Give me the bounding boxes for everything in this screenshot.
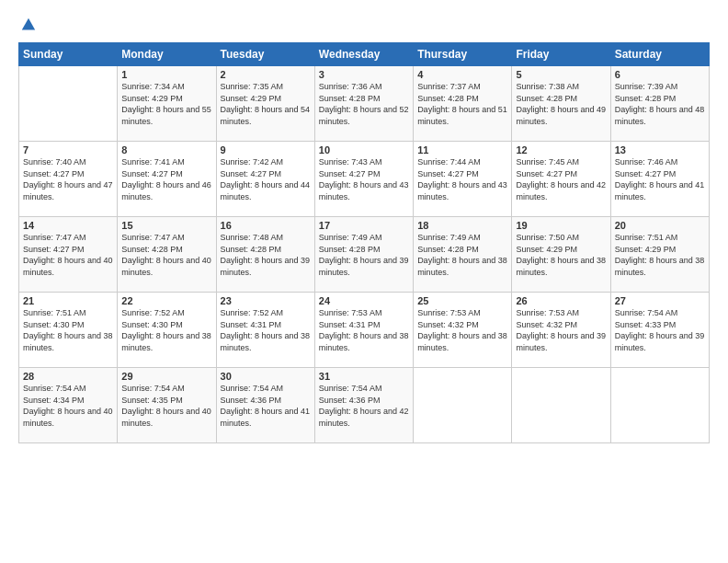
day-number: 5: [516, 69, 606, 80]
week-row-2: 14Sunrise: 7:47 AMSunset: 4:27 PMDayligh…: [19, 217, 710, 293]
day-info: Sunrise: 7:53 AMSunset: 4:32 PMDaylight:…: [417, 307, 507, 353]
day-info: Sunrise: 7:54 AMSunset: 4:34 PMDaylight:…: [23, 383, 113, 429]
day-cell: 19Sunrise: 7:50 AMSunset: 4:29 PMDayligh…: [512, 217, 610, 293]
logo: [18, 15, 37, 33]
day-info: Sunrise: 7:37 AMSunset: 4:28 PMDaylight:…: [417, 81, 507, 127]
day-number: 24: [319, 295, 409, 306]
day-info: Sunrise: 7:53 AMSunset: 4:32 PMDaylight:…: [516, 307, 606, 353]
day-cell: 1Sunrise: 7:34 AMSunset: 4:29 PMDaylight…: [118, 66, 216, 142]
day-info: Sunrise: 7:54 AMSunset: 4:33 PMDaylight:…: [615, 307, 705, 353]
day-info: Sunrise: 7:42 AMSunset: 4:27 PMDaylight:…: [221, 156, 311, 202]
day-number: 3: [319, 69, 409, 80]
day-info: Sunrise: 7:34 AMSunset: 4:29 PMDaylight:…: [121, 81, 211, 127]
day-info: Sunrise: 7:51 AMSunset: 4:30 PMDaylight:…: [23, 307, 113, 353]
day-info: Sunrise: 7:52 AMSunset: 4:30 PMDaylight:…: [121, 307, 211, 353]
day-number: 25: [417, 295, 507, 306]
day-cell: 20Sunrise: 7:51 AMSunset: 4:29 PMDayligh…: [610, 217, 709, 293]
week-row-3: 21Sunrise: 7:51 AMSunset: 4:30 PMDayligh…: [19, 293, 710, 368]
week-row-0: 1Sunrise: 7:34 AMSunset: 4:29 PMDaylight…: [19, 66, 710, 142]
day-number: 15: [121, 220, 211, 231]
day-number: 2: [221, 69, 311, 80]
day-info: Sunrise: 7:46 AMSunset: 4:27 PMDaylight:…: [615, 156, 705, 202]
day-info: Sunrise: 7:44 AMSunset: 4:27 PMDaylight:…: [417, 156, 507, 202]
day-cell: 15Sunrise: 7:47 AMSunset: 4:28 PMDayligh…: [118, 217, 216, 293]
week-row-1: 7Sunrise: 7:40 AMSunset: 4:27 PMDaylight…: [19, 142, 710, 217]
day-cell: 12Sunrise: 7:45 AMSunset: 4:27 PMDayligh…: [512, 142, 610, 217]
day-info: Sunrise: 7:39 AMSunset: 4:28 PMDaylight:…: [615, 81, 705, 127]
day-number: 19: [516, 220, 606, 231]
day-cell: 25Sunrise: 7:53 AMSunset: 4:32 PMDayligh…: [414, 293, 512, 368]
day-info: Sunrise: 7:38 AMSunset: 4:28 PMDaylight:…: [516, 81, 606, 127]
day-info: Sunrise: 7:51 AMSunset: 4:29 PMDaylight:…: [615, 232, 705, 278]
day-info: Sunrise: 7:41 AMSunset: 4:27 PMDaylight:…: [121, 156, 211, 202]
day-cell: 31Sunrise: 7:54 AMSunset: 4:36 PMDayligh…: [314, 368, 413, 443]
day-cell: 21Sunrise: 7:51 AMSunset: 4:30 PMDayligh…: [19, 293, 118, 368]
day-number: 1: [121, 69, 211, 80]
day-cell: 6Sunrise: 7:39 AMSunset: 4:28 PMDaylight…: [610, 66, 709, 142]
day-cell: [414, 368, 512, 443]
day-cell: 10Sunrise: 7:43 AMSunset: 4:27 PMDayligh…: [314, 142, 413, 217]
logo-icon: [20, 17, 37, 33]
day-number: 30: [221, 371, 311, 382]
day-cell: 2Sunrise: 7:35 AMSunset: 4:29 PMDaylight…: [216, 66, 314, 142]
col-header-wednesday: Wednesday: [314, 43, 413, 66]
day-number: 14: [23, 220, 113, 231]
col-header-monday: Monday: [118, 43, 216, 66]
day-info: Sunrise: 7:36 AMSunset: 4:28 PMDaylight:…: [319, 81, 409, 127]
day-info: Sunrise: 7:45 AMSunset: 4:27 PMDaylight:…: [516, 156, 606, 202]
day-number: 11: [417, 144, 507, 155]
day-number: 23: [221, 295, 311, 306]
day-number: 28: [23, 371, 113, 382]
day-number: 26: [516, 295, 606, 306]
day-info: Sunrise: 7:47 AMSunset: 4:27 PMDaylight:…: [23, 232, 113, 278]
day-number: 4: [417, 69, 507, 80]
day-cell: 23Sunrise: 7:52 AMSunset: 4:31 PMDayligh…: [216, 293, 314, 368]
day-info: Sunrise: 7:54 AMSunset: 4:35 PMDaylight:…: [121, 383, 211, 429]
day-info: Sunrise: 7:48 AMSunset: 4:28 PMDaylight:…: [221, 232, 311, 278]
col-header-sunday: Sunday: [19, 43, 118, 66]
day-number: 6: [615, 69, 705, 80]
day-cell: 27Sunrise: 7:54 AMSunset: 4:33 PMDayligh…: [610, 293, 709, 368]
col-header-tuesday: Tuesday: [216, 43, 314, 66]
day-cell: 8Sunrise: 7:41 AMSunset: 4:27 PMDaylight…: [118, 142, 216, 217]
col-header-friday: Friday: [512, 43, 610, 66]
day-cell: 13Sunrise: 7:46 AMSunset: 4:27 PMDayligh…: [610, 142, 709, 217]
day-cell: 16Sunrise: 7:48 AMSunset: 4:28 PMDayligh…: [216, 217, 314, 293]
header-row: SundayMondayTuesdayWednesdayThursdayFrid…: [19, 43, 710, 66]
svg-marker-0: [22, 18, 35, 30]
day-info: Sunrise: 7:54 AMSunset: 4:36 PMDaylight:…: [319, 383, 409, 429]
day-info: Sunrise: 7:49 AMSunset: 4:28 PMDaylight:…: [417, 232, 507, 278]
day-cell: 4Sunrise: 7:37 AMSunset: 4:28 PMDaylight…: [414, 66, 512, 142]
day-number: 20: [615, 220, 705, 231]
day-number: 22: [121, 295, 211, 306]
day-cell: 30Sunrise: 7:54 AMSunset: 4:36 PMDayligh…: [216, 368, 314, 443]
day-cell: 17Sunrise: 7:49 AMSunset: 4:28 PMDayligh…: [314, 217, 413, 293]
day-cell: [610, 368, 709, 443]
day-cell: 7Sunrise: 7:40 AMSunset: 4:27 PMDaylight…: [19, 142, 118, 217]
day-cell: 9Sunrise: 7:42 AMSunset: 4:27 PMDaylight…: [216, 142, 314, 217]
day-cell: [19, 66, 118, 142]
day-number: 16: [221, 220, 311, 231]
col-header-saturday: Saturday: [610, 43, 709, 66]
col-header-thursday: Thursday: [414, 43, 512, 66]
day-number: 7: [23, 144, 113, 155]
day-number: 12: [516, 144, 606, 155]
day-cell: 29Sunrise: 7:54 AMSunset: 4:35 PMDayligh…: [118, 368, 216, 443]
day-cell: 18Sunrise: 7:49 AMSunset: 4:28 PMDayligh…: [414, 217, 512, 293]
day-info: Sunrise: 7:35 AMSunset: 4:29 PMDaylight:…: [221, 81, 311, 127]
day-number: 9: [221, 144, 311, 155]
day-number: 17: [319, 220, 409, 231]
day-info: Sunrise: 7:53 AMSunset: 4:31 PMDaylight:…: [319, 307, 409, 353]
day-info: Sunrise: 7:54 AMSunset: 4:36 PMDaylight:…: [221, 383, 311, 429]
day-cell: 3Sunrise: 7:36 AMSunset: 4:28 PMDaylight…: [314, 66, 413, 142]
day-number: 29: [121, 371, 211, 382]
day-info: Sunrise: 7:40 AMSunset: 4:27 PMDaylight:…: [23, 156, 113, 202]
day-number: 21: [23, 295, 113, 306]
day-number: 13: [615, 144, 705, 155]
day-cell: 26Sunrise: 7:53 AMSunset: 4:32 PMDayligh…: [512, 293, 610, 368]
day-number: 8: [121, 144, 211, 155]
day-info: Sunrise: 7:49 AMSunset: 4:28 PMDaylight:…: [319, 232, 409, 278]
day-cell: 24Sunrise: 7:53 AMSunset: 4:31 PMDayligh…: [314, 293, 413, 368]
day-number: 10: [319, 144, 409, 155]
day-number: 31: [319, 371, 409, 382]
